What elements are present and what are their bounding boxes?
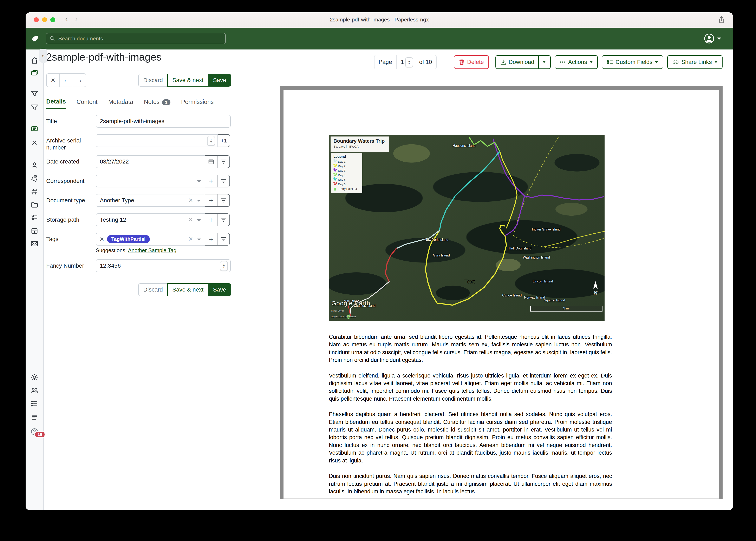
save-button[interactable]: Save xyxy=(208,283,231,296)
asn-field-label: Archive serial number xyxy=(46,137,92,151)
entry-point-tree-icon xyxy=(333,187,337,191)
custom-field-input[interactable] xyxy=(96,260,231,272)
day6-marker-icon xyxy=(334,184,336,185)
asn-stepper[interactable]: ▲▼ xyxy=(207,136,215,146)
calendar-button[interactable] xyxy=(205,155,217,168)
map-text-annotation: Text xyxy=(464,278,475,285)
details-form: Title Archive serial number ▲▼ +1 Date c… xyxy=(46,115,231,272)
filter-by-document-type-button[interactable] xyxy=(217,194,230,207)
paragraph: Duis non tincidunt purus. Nam quis sapie… xyxy=(329,472,612,495)
tab-notes[interactable]: Notes1 xyxy=(144,99,170,109)
sidebar-item-tasks[interactable] xyxy=(30,399,39,408)
map-subtitle: Six days in BWCA xyxy=(333,145,386,148)
asn-input[interactable] xyxy=(96,134,218,147)
map-title-box: Boundary Waters Trip Six days in BWCA xyxy=(331,137,389,152)
sidebar-item-document-types[interactable] xyxy=(30,188,39,196)
filter-by-storage-path-button[interactable] xyxy=(217,214,230,226)
discard-button[interactable]: Discard xyxy=(138,283,168,296)
sidebar-item-logs[interactable] xyxy=(30,413,39,421)
storage-path-select[interactable]: Testing 12 ✕ xyxy=(96,214,205,226)
map-copyright: Image © 2017 DigitalGlobe xyxy=(331,315,356,318)
tab-details[interactable]: Details xyxy=(46,98,66,109)
sidebar-item-documents[interactable] xyxy=(30,69,39,77)
filter-by-date-button[interactable] xyxy=(217,155,230,168)
filter-icon xyxy=(221,159,226,164)
save-group-bottom: Discard Save & next Save xyxy=(139,283,231,296)
add-document-type-button[interactable]: + xyxy=(205,194,217,207)
sidebar-item-mail[interactable] xyxy=(30,240,39,248)
sidebar: 16 xyxy=(26,50,44,510)
discard-button[interactable]: Discard xyxy=(138,74,168,87)
sidebar-item-dashboard[interactable] xyxy=(30,57,39,65)
save-button[interactable]: Save xyxy=(208,74,231,87)
user-menu[interactable] xyxy=(704,33,721,44)
title-input[interactable] xyxy=(96,115,231,128)
island-label: Norway Island xyxy=(524,296,545,299)
paragraph: Phasellus dapibus quam a hendrerit place… xyxy=(329,410,612,464)
sidebar-expand-button[interactable]: » xyxy=(39,49,47,63)
tab-permissions[interactable]: Permissions xyxy=(181,99,214,109)
filter-by-correspondent-button[interactable] xyxy=(217,175,230,188)
previous-document-button[interactable]: ← xyxy=(59,73,73,87)
sidebar-item-saved-view-2[interactable] xyxy=(30,103,39,111)
asn-increment-button[interactable]: +1 xyxy=(217,134,230,147)
save-next-button[interactable]: Save & next xyxy=(167,74,208,87)
custom-field-stepper[interactable]: ▲▼ xyxy=(220,261,228,271)
suggested-tag-link[interactable]: Another Sample Tag xyxy=(128,247,176,254)
clear-icon[interactable]: ✕ xyxy=(188,216,193,223)
page-number-field[interactable]: 1 ▲▼ xyxy=(396,55,415,69)
suggestions-label: Suggestions: xyxy=(96,247,127,254)
tag-chip[interactable]: TagWithPartial xyxy=(107,235,150,243)
global-search[interactable] xyxy=(46,33,226,44)
day2-marker-icon xyxy=(334,165,336,167)
sidebar-item-users-groups[interactable] xyxy=(30,386,39,395)
share-icon[interactable] xyxy=(718,16,725,24)
date-created-label: Date created xyxy=(46,158,92,165)
clear-icon[interactable]: ✕ xyxy=(188,197,193,204)
chevron-down-icon xyxy=(542,61,546,63)
tags-label: Tags xyxy=(46,236,92,243)
svg-text:N: N xyxy=(593,290,598,296)
remove-tag-icon[interactable]: ✕ xyxy=(99,236,104,243)
download-options-button[interactable] xyxy=(538,56,546,68)
add-tag-button[interactable]: + xyxy=(205,233,217,246)
tab-metadata[interactable]: Metadata xyxy=(108,99,133,109)
close-editor-button[interactable]: ✕ xyxy=(46,73,60,87)
filter-by-tag-button[interactable] xyxy=(217,233,230,246)
island-label: Indian Grave Island xyxy=(532,228,561,231)
share-links-button[interactable]: Share Links xyxy=(667,55,723,69)
divider xyxy=(46,93,231,93)
sidebar-item-workflows[interactable] xyxy=(30,227,39,235)
date-created-input[interactable] xyxy=(96,155,205,168)
island-label: Gary Island xyxy=(433,254,450,257)
page-total-label: of 10 xyxy=(415,55,436,69)
paperless-logo-icon[interactable] xyxy=(30,34,39,43)
google-earth-watermark: Google Earth xyxy=(331,300,370,307)
next-document-button[interactable]: → xyxy=(73,73,86,87)
download-button[interactable]: Download xyxy=(495,55,551,69)
add-correspondent-button[interactable]: + xyxy=(205,175,217,188)
correspondent-select[interactable] xyxy=(96,175,205,188)
clear-icon[interactable]: ✕ xyxy=(188,236,193,243)
actions-button[interactable]: Actions xyxy=(555,55,598,69)
document-type-select[interactable]: Another Type ✕ xyxy=(96,194,205,207)
sidebar-item-settings[interactable] xyxy=(30,373,39,381)
sidebar-item-storage-paths[interactable] xyxy=(30,201,39,209)
search-input[interactable] xyxy=(57,35,222,42)
page-number-stepper[interactable]: ▲▼ xyxy=(405,57,413,67)
add-storage-path-button[interactable]: + xyxy=(205,214,217,226)
custom-fields-button[interactable]: Custom Fields xyxy=(602,55,663,69)
day4-marker-icon xyxy=(334,175,336,176)
sidebar-item-saved-view-1[interactable] xyxy=(30,90,39,98)
delete-button[interactable]: Delete xyxy=(454,55,489,69)
tags-select[interactable]: ✕ TagWithPartial ✕ xyxy=(96,233,205,246)
tab-content[interactable]: Content xyxy=(77,99,98,109)
sidebar-item-correspondents[interactable] xyxy=(30,161,39,170)
document-toolbar: Page 1 ▲▼ of 10 Delete Download xyxy=(374,55,723,69)
sidebar-item-custom-fields[interactable] xyxy=(30,213,39,222)
sidebar-item-tags[interactable] xyxy=(30,174,39,182)
save-next-button[interactable]: Save & next xyxy=(167,283,208,296)
document-preview-pane[interactable]: Boundary Waters Trip Six days in BWCA Le… xyxy=(280,86,723,499)
sidebar-open-document[interactable] xyxy=(30,125,39,133)
close-document-icon[interactable] xyxy=(30,139,39,147)
